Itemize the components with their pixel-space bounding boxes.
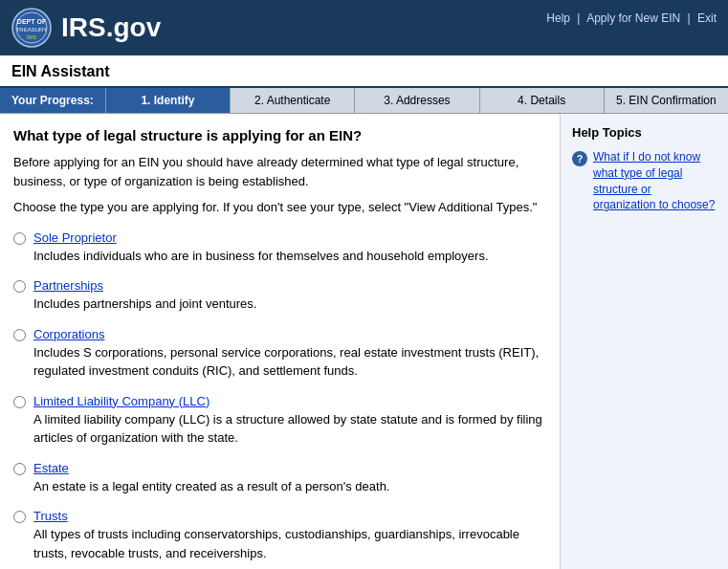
radio-sole-proprietor[interactable] [13, 232, 26, 245]
link-trusts[interactable]: Trusts [33, 509, 68, 523]
progress-step-4[interactable]: 4. Details [479, 88, 604, 113]
radio-estate[interactable] [13, 463, 26, 475]
logo-area: DEPT OF TREASURY IRS IRS.gov [11, 8, 161, 48]
help-icon: ? [572, 151, 587, 166]
svg-text:IRS: IRS [27, 34, 36, 40]
content-area: What type of legal structure is applying… [0, 114, 561, 569]
option-sole-proprietor: Sole Proprietor Includes individuals who… [13, 230, 546, 266]
link-corporations[interactable]: Corporations [33, 327, 104, 341]
note-text: Choose the type you are applying for. If… [13, 198, 546, 217]
option-trusts: Trusts All types of trusts including con… [13, 509, 546, 562]
option-text-corporations: Corporations Includes S corporations, pe… [33, 327, 546, 381]
desc-estate: An estate is a legal entity created as a… [33, 477, 389, 496]
option-text-partnerships: Partnerships Includes partnerships and j… [33, 278, 256, 314]
header: DEPT OF TREASURY IRS IRS.gov Help | Appl… [0, 0, 728, 55]
page-title-bar: EIN Assistant [0, 55, 728, 88]
link-estate[interactable]: Estate [33, 461, 69, 475]
option-text-sole-proprietor: Sole Proprietor Includes individuals who… [33, 230, 489, 266]
link-sole-proprietor[interactable]: Sole Proprietor [33, 230, 117, 245]
link-partnerships[interactable]: Partnerships [33, 278, 103, 293]
progress-label: Your Progress: [0, 88, 105, 113]
sidebar-help-link[interactable]: What if I do not know what type of legal… [593, 149, 717, 213]
sidebar-title: Help Topics [572, 125, 717, 140]
desc-trusts: All types of trusts including conservato… [33, 525, 546, 562]
desc-llc: A limited liability company (LLC) is a s… [33, 410, 546, 448]
apply-new-ein-link[interactable]: Apply for New EIN [586, 11, 680, 25]
radio-partnerships[interactable] [13, 280, 26, 293]
progress-step-5[interactable]: 5. EIN Confirmation [604, 88, 728, 113]
option-group: Sole Proprietor Includes individuals who… [13, 230, 546, 570]
sep2: | [688, 11, 691, 25]
main-heading: What type of legal structure is applying… [13, 127, 546, 143]
radio-llc[interactable] [13, 396, 26, 408]
header-links: Help | Apply for New EIN | Exit [546, 8, 717, 25]
desc-sole-proprietor: Includes individuals who are in business… [33, 247, 489, 266]
irs-wordmark: IRS.gov [61, 14, 161, 41]
desc-partnerships: Includes partnerships and joint ventures… [33, 295, 256, 314]
progress-step-1[interactable]: 1. Identify [105, 88, 230, 113]
page-title: EIN Assistant [11, 63, 717, 80]
radio-corporations[interactable] [13, 329, 26, 341]
main-layout: What type of legal structure is applying… [0, 114, 728, 569]
link-llc[interactable]: Limited Liability Company (LLC) [33, 394, 210, 408]
progress-step-3[interactable]: 3. Addresses [354, 88, 478, 113]
sidebar-help-item: ? What if I do not know what type of leg… [572, 149, 717, 213]
radio-trusts[interactable] [13, 511, 26, 523]
option-estate: Estate An estate is a legal entity creat… [13, 461, 546, 496]
sep1: | [577, 11, 580, 25]
irs-name: IRS [61, 12, 106, 42]
svg-text:TREASURY: TREASURY [16, 27, 48, 33]
option-corporations: Corporations Includes S corporations, pe… [13, 327, 546, 381]
irs-gov: .gov [106, 12, 162, 42]
sidebar: Help Topics ? What if I do not know what… [561, 114, 728, 569]
progress-step-2[interactable]: 2. Authenticate [230, 88, 354, 113]
exit-link[interactable]: Exit [697, 11, 717, 25]
option-partnerships: Partnerships Includes partnerships and j… [13, 278, 546, 314]
irs-seal-icon: DEPT OF TREASURY IRS [11, 8, 52, 48]
option-llc: Limited Liability Company (LLC) A limite… [13, 394, 546, 448]
progress-bar: Your Progress: 1. Identify 2. Authentica… [0, 88, 728, 114]
intro-text: Before applying for an EIN you should ha… [13, 153, 546, 190]
option-text-trusts: Trusts All types of trusts including con… [33, 509, 546, 562]
option-text-llc: Limited Liability Company (LLC) A limite… [33, 394, 546, 448]
option-text-estate: Estate An estate is a legal entity creat… [33, 461, 389, 496]
help-link[interactable]: Help [546, 11, 570, 25]
svg-text:DEPT OF: DEPT OF [17, 18, 47, 25]
desc-corporations: Includes S corporations, personal servic… [33, 343, 546, 381]
